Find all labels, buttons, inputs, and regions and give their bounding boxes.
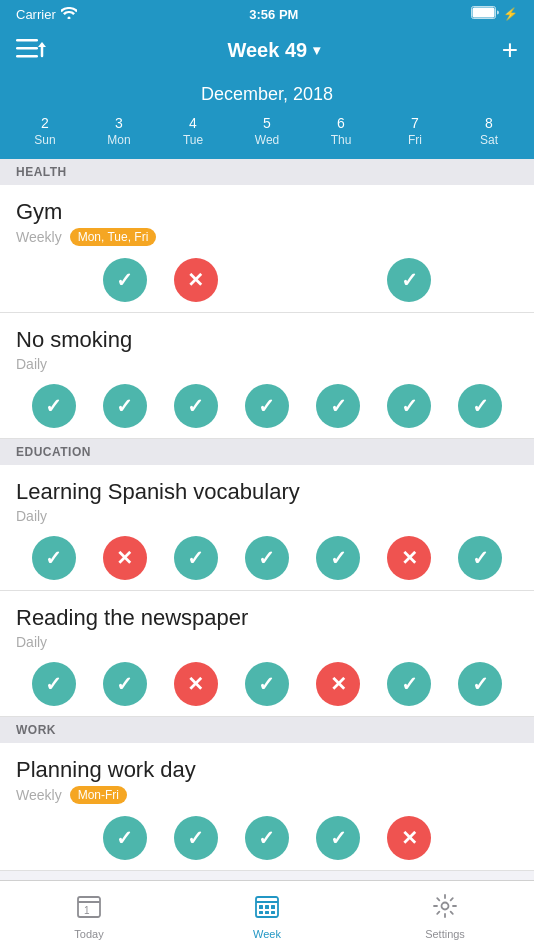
- check-gym-sun[interactable]: [32, 258, 76, 302]
- section-header-work: WORK: [0, 717, 534, 743]
- habit-no-smoking-checks[interactable]: ✓ ✓ ✓ ✓ ✓ ✓ ✓: [16, 384, 518, 428]
- habit-spanish-checks[interactable]: ✓ ✕ ✓ ✓ ✓ ✕ ✓: [16, 536, 518, 580]
- svg-rect-13: [271, 905, 275, 909]
- day-name-6: Sat: [480, 133, 498, 147]
- month-title: December, 2018: [0, 84, 534, 105]
- today-icon: 1: [75, 892, 103, 924]
- carrier-label: Carrier: [16, 7, 56, 22]
- day-col-tue: 4 Tue: [163, 115, 223, 147]
- day-num-0: 2: [41, 115, 49, 131]
- habit-newspaper: Reading the newspaper Daily ✓ ✓ ✕ ✓ ✕ ✓ …: [0, 591, 534, 717]
- habits-content: HEALTH Gym Weekly Mon, Tue, Fri ✓ ✕ ✓ No…: [0, 159, 534, 946]
- check-gym-fri[interactable]: ✓: [387, 258, 431, 302]
- sort-button[interactable]: [16, 36, 46, 64]
- check-planning-fri[interactable]: ✕: [387, 816, 431, 860]
- battery-icon: [471, 6, 499, 22]
- week-icon: [253, 892, 281, 924]
- day-name-2: Tue: [183, 133, 203, 147]
- habit-gym: Gym Weekly Mon, Tue, Fri ✓ ✕ ✓: [0, 185, 534, 313]
- check-nosmoking-mon[interactable]: ✓: [103, 384, 147, 428]
- check-nosmoking-wed[interactable]: ✓: [245, 384, 289, 428]
- habit-planning-checks[interactable]: ✓ ✓ ✓ ✓ ✕: [16, 816, 518, 860]
- check-gym-tue[interactable]: ✕: [174, 258, 218, 302]
- check-nosmoking-tue[interactable]: ✓: [174, 384, 218, 428]
- check-planning-sun[interactable]: [32, 816, 76, 860]
- check-newspaper-mon[interactable]: ✓: [103, 662, 147, 706]
- plus-icon: +: [502, 34, 518, 65]
- check-spanish-sun[interactable]: ✓: [32, 536, 76, 580]
- habit-planning-meta: Weekly Mon-Fri: [16, 786, 518, 804]
- check-planning-wed[interactable]: ✓: [245, 816, 289, 860]
- check-spanish-wed[interactable]: ✓: [245, 536, 289, 580]
- svg-rect-11: [259, 905, 263, 909]
- day-num-2: 4: [189, 115, 197, 131]
- check-planning-thu[interactable]: ✓: [316, 816, 360, 860]
- add-habit-button[interactable]: +: [502, 36, 518, 64]
- svg-rect-2: [16, 39, 38, 42]
- week-title[interactable]: Week 49 ▾: [227, 39, 320, 62]
- day-col-wed: 5 Wed: [237, 115, 297, 147]
- habit-newspaper-freq: Daily: [16, 634, 47, 650]
- check-spanish-sat[interactable]: ✓: [458, 536, 502, 580]
- habit-gym-freq: Weekly: [16, 229, 62, 245]
- habit-planning-name: Planning work day: [16, 757, 518, 783]
- week-label: Week 49: [227, 39, 307, 62]
- check-newspaper-sun[interactable]: ✓: [32, 662, 76, 706]
- check-spanish-tue[interactable]: ✓: [174, 536, 218, 580]
- habit-no-smoking: No smoking Daily ✓ ✓ ✓ ✓ ✓ ✓ ✓: [0, 313, 534, 439]
- check-spanish-mon[interactable]: ✕: [103, 536, 147, 580]
- svg-rect-1: [473, 8, 495, 18]
- habit-no-smoking-name: No smoking: [16, 327, 518, 353]
- check-gym-wed[interactable]: [245, 258, 289, 302]
- tab-today[interactable]: 1 Today: [0, 892, 178, 940]
- check-nosmoking-sat[interactable]: ✓: [458, 384, 502, 428]
- habit-gym-meta: Weekly Mon, Tue, Fri: [16, 228, 518, 246]
- chevron-down-icon: ▾: [313, 42, 320, 58]
- check-planning-tue[interactable]: ✓: [174, 816, 218, 860]
- check-newspaper-sat[interactable]: ✓: [458, 662, 502, 706]
- check-gym-thu[interactable]: [316, 258, 360, 302]
- svg-rect-15: [265, 911, 269, 914]
- check-gym-mon[interactable]: ✓: [103, 258, 147, 302]
- check-spanish-thu[interactable]: ✓: [316, 536, 360, 580]
- check-planning-sat[interactable]: [458, 816, 502, 860]
- svg-rect-16: [271, 911, 275, 914]
- section-header-health: HEALTH: [0, 159, 534, 185]
- check-nosmoking-thu[interactable]: ✓: [316, 384, 360, 428]
- check-newspaper-tue[interactable]: ✕: [174, 662, 218, 706]
- day-num-6: 8: [485, 115, 493, 131]
- status-bar: Carrier 3:56 PM ⚡: [0, 0, 534, 28]
- habit-no-smoking-freq: Daily: [16, 356, 47, 372]
- day-name-0: Sun: [34, 133, 55, 147]
- tab-bar: 1 Today Week Settings: [0, 880, 534, 950]
- check-spanish-fri[interactable]: ✕: [387, 536, 431, 580]
- check-nosmoking-fri[interactable]: ✓: [387, 384, 431, 428]
- check-newspaper-wed[interactable]: ✓: [245, 662, 289, 706]
- settings-icon: [431, 892, 459, 924]
- habit-spanish-name: Learning Spanish vocabulary: [16, 479, 518, 505]
- habit-newspaper-checks[interactable]: ✓ ✓ ✕ ✓ ✕ ✓ ✓: [16, 662, 518, 706]
- tab-week-label: Week: [253, 928, 281, 940]
- day-name-5: Fri: [408, 133, 422, 147]
- check-gym-sat[interactable]: [458, 258, 502, 302]
- time-display: 3:56 PM: [249, 7, 298, 22]
- check-newspaper-fri[interactable]: ✓: [387, 662, 431, 706]
- check-newspaper-thu[interactable]: ✕: [316, 662, 360, 706]
- svg-rect-10: [256, 901, 278, 903]
- carrier-wifi: Carrier: [16, 7, 77, 22]
- week-header: Week 49 ▾ +: [0, 28, 534, 76]
- tab-week[interactable]: Week: [178, 892, 356, 940]
- habit-gym-tag: Mon, Tue, Fri: [70, 228, 157, 246]
- tab-today-label: Today: [74, 928, 103, 940]
- day-num-5: 7: [411, 115, 419, 131]
- habit-gym-checks[interactable]: ✓ ✕ ✓: [16, 258, 518, 302]
- habit-gym-name: Gym: [16, 199, 518, 225]
- day-col-sat: 8 Sat: [459, 115, 519, 147]
- habit-newspaper-meta: Daily: [16, 634, 518, 650]
- check-planning-mon[interactable]: ✓: [103, 816, 147, 860]
- day-name-4: Thu: [331, 133, 352, 147]
- check-nosmoking-sun[interactable]: ✓: [32, 384, 76, 428]
- month-header: December, 2018 2 Sun 3 Mon 4 Tue 5 Wed 6…: [0, 76, 534, 159]
- habit-planning-freq: Weekly: [16, 787, 62, 803]
- tab-settings[interactable]: Settings: [356, 892, 534, 940]
